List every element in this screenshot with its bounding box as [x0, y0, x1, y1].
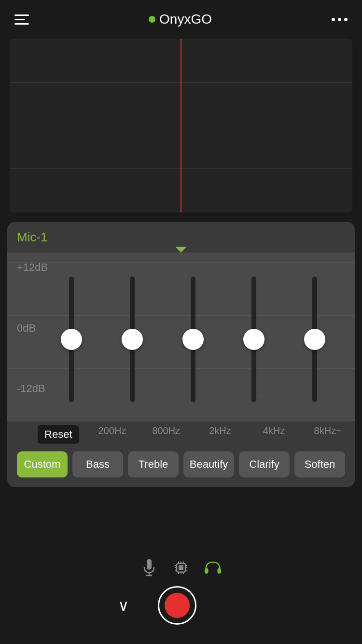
cpu-icon[interactable] [172, 559, 190, 576]
slider-track-3[interactable] [191, 277, 195, 402]
slider-thumb-2[interactable] [122, 329, 143, 350]
bottom-bar: ∨ [0, 547, 362, 644]
preset-bass-button[interactable]: Bass [72, 451, 123, 477]
slider-thumb-3[interactable] [182, 329, 204, 350]
sliders-area [17, 262, 345, 417]
freq-label-8khz: 8kHz~ [301, 425, 355, 444]
menu-button[interactable] [14, 14, 29, 25]
waveform-display [10, 39, 352, 212]
slider-track-4[interactable] [251, 277, 256, 402]
reset-button[interactable]: Reset [38, 425, 79, 444]
slider-track-1[interactable] [69, 277, 74, 402]
playhead [181, 39, 181, 212]
eq-slider-grid: +12dB 0dB -12dB [7, 252, 355, 421]
svg-rect-17 [205, 568, 209, 574]
preset-treble-button[interactable]: Treble [128, 451, 179, 477]
app-title: OnyxGO [159, 12, 212, 27]
freq-label-4khz: 4kHz [247, 425, 301, 444]
record-button[interactable] [158, 586, 196, 625]
bottom-icons-row [140, 559, 222, 576]
eq-tab-bar: Mic-1 [7, 222, 355, 252]
freq-label-800hz: 800Hz [139, 425, 193, 444]
slider-thumb-1[interactable] [61, 329, 82, 350]
slider-thumb-5[interactable] [304, 329, 325, 350]
slider-col-2 [102, 262, 163, 417]
record-button-row: ∨ [118, 586, 245, 625]
slider-thumb-4[interactable] [243, 329, 265, 350]
svg-rect-0 [147, 559, 152, 570]
chevron-down-button[interactable]: ∨ [118, 596, 129, 615]
slider-track-5[interactable] [312, 277, 317, 402]
record-button-inner [165, 593, 190, 618]
preset-clarify-button[interactable]: Clarify [239, 451, 290, 477]
slider-col-3 [163, 262, 223, 417]
preset-custom-button[interactable]: Custom [17, 451, 68, 477]
header: OnyxGO [0, 0, 362, 39]
connection-status-dot [149, 16, 155, 23]
eq-panel: Mic-1 +12dB 0dB -12dB [7, 222, 355, 487]
preset-beautify-button[interactable]: Beautify [183, 451, 234, 477]
more-button[interactable] [332, 18, 348, 21]
reset-button-col: Reset [31, 425, 85, 444]
app-title-area: OnyxGO [149, 12, 212, 27]
mic-icon[interactable] [140, 559, 158, 576]
slider-col-5 [284, 262, 345, 417]
eq-tab-mic1[interactable]: Mic-1 [17, 222, 48, 245]
slider-track-2[interactable] [130, 277, 135, 402]
svg-rect-18 [217, 568, 221, 574]
slider-col-4 [223, 262, 284, 417]
eq-tab-arrow [175, 247, 187, 252]
headphone-icon[interactable] [204, 559, 222, 576]
freq-label-2khz: 2kHz [193, 425, 247, 444]
preset-soften-button[interactable]: Soften [294, 451, 345, 477]
freq-label-200hz: 200Hz [85, 425, 139, 444]
svg-rect-4 [179, 565, 183, 570]
grid-line-7 [7, 417, 355, 417]
freq-labels-row: Reset 200Hz 800Hz 2kHz 4kHz 8kHz~ [7, 421, 355, 444]
preset-buttons-row: Custom Bass Treble Beautify Clarify Soft… [7, 444, 355, 477]
slider-col-1 [41, 262, 102, 417]
